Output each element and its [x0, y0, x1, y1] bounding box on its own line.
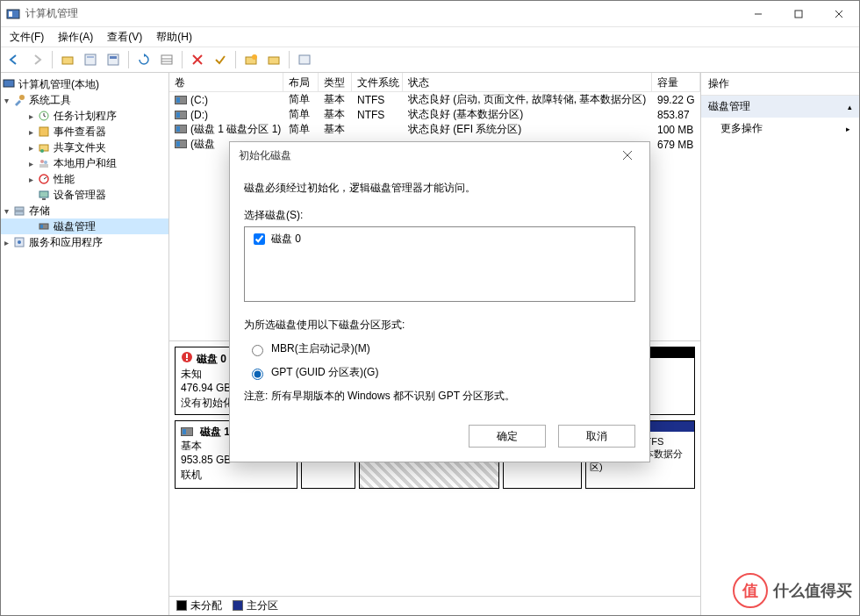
table-row[interactable]: (C:)简单基本NTFS状态良好 (启动, 页面文件, 故障转储, 基本数据分区… — [169, 92, 700, 107]
actions-more[interactable]: 更多操作 ▸ — [701, 118, 859, 140]
maximize-button[interactable] — [778, 1, 819, 26]
tree-systools[interactable]: ▾ 系统工具 — [1, 92, 168, 108]
chevron-right-icon[interactable]: ▸ — [1, 237, 11, 247]
chevron-right-icon[interactable]: ▸ — [25, 158, 36, 168]
back-button[interactable] — [4, 50, 24, 69]
col-layout[interactable]: 布局 — [283, 73, 319, 91]
tree-shared[interactable]: ▸ 共享文件夹 — [1, 140, 168, 155]
volume-list-header[interactable]: 卷 布局 类型 文件系统 状态 容量 — [169, 73, 700, 92]
gpt-radio-row[interactable]: GPT (GUID 分区表)(G) — [247, 365, 632, 380]
table-row[interactable]: (磁盘 1 磁盘分区 1)简单基本状态良好 (EFI 系统分区)100 MB — [169, 122, 700, 137]
filter-button[interactable] — [104, 50, 123, 69]
svg-rect-34 — [42, 198, 46, 200]
col-fs[interactable]: 文件系统 — [352, 73, 403, 91]
prop-button[interactable] — [81, 50, 100, 69]
up-button[interactable] — [58, 50, 77, 69]
svg-rect-7 — [85, 54, 96, 65]
menu-file[interactable]: 文件(F) — [4, 28, 49, 47]
disk-0-checkbox[interactable] — [254, 233, 265, 245]
watermark-text: 什么值得买 — [773, 580, 852, 601]
chevron-down-icon[interactable]: ▾ — [1, 205, 11, 216]
svg-rect-25 — [39, 127, 48, 136]
collapse-icon[interactable]: ▴ — [848, 103, 852, 111]
svg-rect-38 — [40, 225, 43, 228]
col-volume[interactable]: 卷 — [169, 73, 283, 91]
initialize-disk-dialog: 初始化磁盘 磁盘必须经过初始化，逻辑磁盘管理器才能访问。 选择磁盘(S): 磁盘… — [229, 141, 650, 462]
chevron-right-icon[interactable]: ▸ — [25, 174, 36, 184]
menu-help[interactable]: 帮助(H) — [151, 28, 197, 47]
svg-rect-33 — [39, 191, 48, 197]
app-icon — [6, 7, 20, 21]
gpt-radio[interactable] — [252, 369, 263, 380]
chevron-right-icon[interactable]: ▸ — [25, 142, 36, 153]
chevron-right-icon: ▸ — [846, 125, 850, 133]
mbr-radio-row[interactable]: MBR(主启动记录)(M) — [247, 341, 632, 356]
watermark: 值 什么值得买 — [733, 573, 852, 608]
svg-rect-10 — [110, 56, 117, 59]
svg-point-40 — [18, 240, 21, 244]
chevron-right-icon[interactable]: ▸ — [25, 111, 36, 121]
new-folder-icon[interactable] — [241, 50, 261, 69]
clock-icon — [37, 109, 51, 123]
svg-rect-9 — [108, 54, 118, 65]
dialog-note: 注意: 所有早期版本的 Windows 都不识别 GPT 分区形式。 — [244, 389, 635, 404]
open-folder-icon[interactable] — [264, 50, 283, 69]
tree-devmgr[interactable]: 设备管理器 — [1, 187, 168, 203]
disk-0-checkbox-row[interactable]: 磁盘 0 — [250, 231, 629, 247]
actions-header: 操作 — [701, 73, 859, 96]
menu-view[interactable]: 查看(V) — [102, 28, 147, 47]
window-title: 计算机管理 — [25, 6, 738, 21]
svg-rect-30 — [39, 164, 48, 168]
svg-rect-11 — [161, 55, 172, 64]
svg-rect-43 — [186, 359, 188, 361]
title-bar: 计算机管理 — [1, 1, 859, 27]
tree-scheduler[interactable]: ▸ 任务计划程序 — [1, 108, 168, 124]
menu-action[interactable]: 操作(A) — [53, 28, 98, 47]
mbr-radio[interactable] — [252, 345, 263, 356]
tree-services[interactable]: ▸ 服务和应用程序 — [1, 234, 168, 250]
ok-button[interactable]: 确定 — [469, 425, 546, 448]
dialog-close-button[interactable] — [614, 142, 641, 168]
tree-perf[interactable]: ▸ 性能 — [1, 171, 168, 187]
dialog-title: 初始化磁盘 — [239, 148, 291, 163]
tree-users[interactable]: ▸ 本地用户和组 — [1, 155, 168, 171]
actions-title[interactable]: 磁盘管理 ▴ — [701, 96, 859, 118]
computer-icon — [2, 77, 16, 91]
folder-shared-icon — [37, 140, 51, 154]
chevron-down-icon[interactable]: ▾ — [1, 95, 11, 105]
svg-point-17 — [252, 54, 257, 60]
check-icon[interactable] — [211, 50, 230, 69]
svg-point-29 — [44, 161, 47, 164]
delete-icon[interactable] — [188, 50, 207, 69]
list-button[interactable] — [157, 50, 176, 69]
tree-storage[interactable]: ▾ 存储 — [1, 203, 168, 218]
close-button[interactable] — [819, 1, 859, 26]
tree-diskmgmt[interactable]: 磁盘管理 — [1, 218, 168, 234]
extra-button[interactable] — [295, 50, 314, 69]
svg-rect-18 — [269, 57, 279, 64]
device-icon — [37, 188, 51, 202]
col-type[interactable]: 类型 — [319, 73, 352, 91]
svg-point-28 — [40, 160, 44, 163]
chevron-right-icon[interactable]: ▸ — [25, 126, 36, 137]
partition-style-label: 为所选磁盘使用以下磁盘分区形式: — [244, 318, 635, 333]
col-capacity[interactable]: 容量 — [652, 73, 700, 91]
col-status[interactable]: 状态 — [403, 73, 652, 91]
svg-line-32 — [44, 177, 47, 179]
nav-tree[interactable]: 计算机管理(本地) ▾ 系统工具 ▸ 任务计划程序 ▸ 事件查看器 ▸ 共享文件… — [1, 73, 169, 615]
svg-rect-20 — [4, 80, 14, 87]
cancel-button[interactable]: 取消 — [558, 425, 635, 448]
tree-eventviewer[interactable]: ▸ 事件查看器 — [1, 124, 168, 140]
forward-button[interactable] — [27, 50, 47, 69]
users-icon — [37, 156, 51, 170]
tree-root[interactable]: 计算机管理(本地) — [1, 76, 168, 92]
refresh-button[interactable] — [134, 50, 154, 69]
select-disk-label: 选择磁盘(S): — [244, 208, 635, 223]
svg-rect-6 — [62, 57, 73, 64]
storage-icon — [12, 204, 26, 218]
toolbar — [1, 47, 859, 73]
table-row[interactable]: (D:)简单基本NTFS状态良好 (基本数据分区)853.87 — [169, 107, 700, 122]
disk-list-box[interactable]: 磁盘 0 — [244, 226, 635, 302]
legend: 未分配 主分区 — [169, 596, 700, 615]
minimize-button[interactable] — [738, 1, 778, 26]
